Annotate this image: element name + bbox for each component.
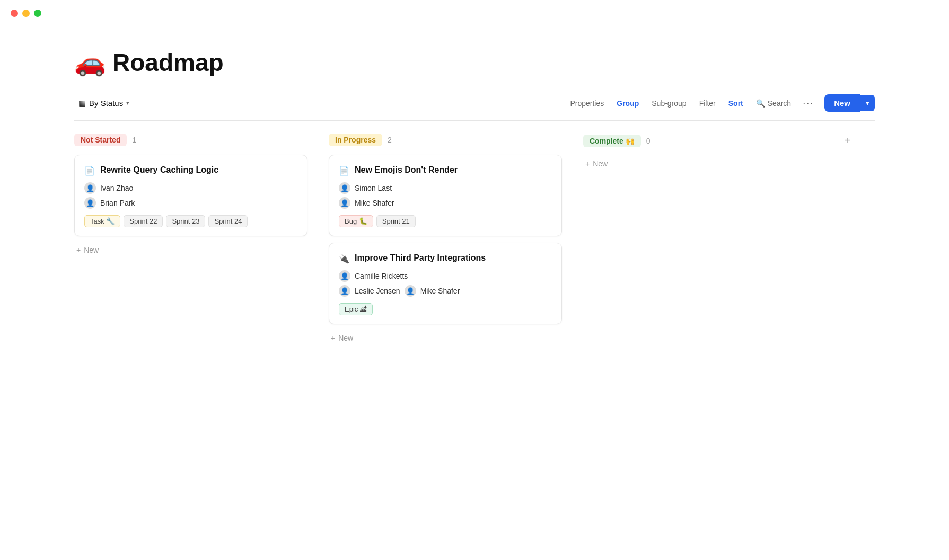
card-integrations[interactable]: 🔌 Improve Third Party Integrations 👤 Cam… (329, 243, 562, 324)
page-title-row: 🚗 Roadmap (74, 48, 875, 77)
page-content: 🚗 Roadmap ▦ By Status ▾ Properties Group… (0, 26, 949, 367)
assignee-name-simon: Simon Last (355, 184, 392, 192)
doc-icon-integrations: 🔌 (339, 254, 349, 264)
more-options-button[interactable]: ··· (798, 94, 818, 112)
card-tags: Task 🔧 Sprint 22 Sprint 23 Sprint 24 (84, 215, 297, 227)
assignees-multi: 👤 Leslie Jensen 👤 Mike Shafer (339, 285, 552, 297)
assignee-name-camille: Camille Ricketts (355, 272, 408, 280)
tag-sprint24: Sprint 24 (208, 215, 248, 227)
card-title-integrations: Improve Third Party Integrations (355, 253, 486, 264)
avatar-camille: 👤 (339, 270, 350, 282)
card-tags-integrations: Epic 🏕 (339, 303, 552, 315)
new-item-label-complete: New (593, 159, 608, 168)
tag-sprint21: Sprint 21 (376, 215, 416, 227)
search-button[interactable]: 🔍 Search (751, 96, 796, 111)
card-title-row-integrations: 🔌 Improve Third Party Integrations (339, 253, 552, 264)
card-assignees-emojis: 👤 Simon Last 👤 Mike Shafer (339, 182, 552, 209)
tag-sprint23: Sprint 23 (166, 215, 205, 227)
card-title-row: 📄 Rewrite Query Caching Logic (84, 165, 297, 176)
traffic-light-red[interactable] (11, 10, 18, 17)
toolbar-right: Properties Group Sub-group Filter Sort 🔍… (565, 94, 875, 112)
column-add-complete[interactable]: + (841, 134, 854, 148)
tag-sprint22: Sprint 22 (124, 215, 163, 227)
toolbar: ▦ By Status ▾ Properties Group Sub-group… (74, 94, 875, 121)
column-complete: Complete 🙌 0 + + New (583, 134, 875, 171)
traffic-light-green[interactable] (34, 10, 41, 17)
new-button[interactable]: New (824, 94, 860, 112)
status-badge-in-progress: In Progress (329, 134, 382, 146)
card-emojis[interactable]: 📄 New Emojis Don't Render 👤 Simon Last 👤… (329, 155, 562, 236)
subgroup-button[interactable]: Sub-group (646, 96, 691, 111)
plus-icon: + (76, 246, 81, 254)
doc-icon-emojis: 📄 (339, 166, 349, 176)
plus-icon-progress: + (331, 334, 335, 342)
avatar-simon: 👤 (339, 182, 350, 194)
tag-bug: Bug 🐛 (339, 215, 373, 227)
search-label: Search (768, 99, 791, 108)
group-by-button[interactable]: ▦ By Status ▾ (74, 96, 134, 110)
assignee-name-leslie: Leslie Jensen (355, 287, 400, 295)
assignee-camille: 👤 Camille Ricketts (339, 270, 552, 282)
card-title-emojis: New Emojis Don't Render (355, 165, 458, 176)
assignee-name-ivan: Ivan Zhao (100, 184, 133, 192)
properties-button[interactable]: Properties (565, 96, 609, 111)
status-badge-complete: Complete 🙌 (583, 135, 641, 147)
column-header-in-progress: In Progress 2 (329, 134, 562, 146)
column-count-in-progress: 2 (388, 136, 392, 144)
traffic-lights (0, 0, 949, 26)
avatar-ivan: 👤 (84, 182, 96, 194)
card-title: Rewrite Query Caching Logic (100, 165, 218, 176)
plus-icon-complete: + (585, 159, 590, 168)
new-item-label-progress: New (338, 334, 353, 342)
group-by-label: By Status (89, 99, 123, 108)
avatar-leslie: 👤 (339, 285, 350, 297)
column-header-not-started: Not Started 1 (74, 134, 307, 146)
new-dropdown-button[interactable]: ▾ (860, 95, 875, 111)
assignee-brian: 👤 Brian Park (84, 197, 297, 209)
assignee-ivan: 👤 Ivan Zhao (84, 182, 297, 194)
chevron-down-icon: ▾ (126, 100, 129, 106)
search-icon: 🔍 (756, 99, 765, 108)
tag-task: Task 🔧 (84, 215, 120, 227)
doc-icon: 📄 (84, 166, 95, 176)
new-item-label: New (84, 246, 99, 254)
column-count-complete: 0 (646, 137, 651, 145)
avatar-mike1: 👤 (339, 197, 350, 209)
assignee-simon: 👤 Simon Last (339, 182, 552, 194)
assignee-name-brian: Brian Park (100, 199, 135, 207)
column-header-left-progress: In Progress 2 (329, 134, 392, 146)
group-by-icon: ▦ (78, 99, 86, 108)
new-item-not-started[interactable]: + New (74, 243, 101, 257)
card-rewrite-query[interactable]: 📄 Rewrite Query Caching Logic 👤 Ivan Zha… (74, 155, 307, 236)
assignee-name-mike1: Mike Shafer (355, 199, 394, 207)
sort-button[interactable]: Sort (723, 96, 749, 111)
column-count-not-started: 1 (132, 136, 136, 144)
status-badge-not-started: Not Started (74, 134, 127, 146)
assignee-mike1: 👤 Mike Shafer (339, 197, 552, 209)
card-assignees: 👤 Ivan Zhao 👤 Brian Park (84, 182, 297, 209)
toolbar-left: ▦ By Status ▾ (74, 96, 134, 110)
group-button[interactable]: Group (611, 96, 644, 111)
board: Not Started 1 📄 Rewrite Query Caching Lo… (74, 134, 875, 345)
column-header-left: Not Started 1 (74, 134, 136, 146)
new-button-group: New ▾ (824, 94, 875, 112)
new-item-complete[interactable]: + New (583, 156, 610, 171)
filter-button[interactable]: Filter (694, 96, 721, 111)
avatar-mike2: 👤 (405, 285, 416, 297)
avatar-brian: 👤 (84, 197, 96, 209)
column-header-left-complete: Complete 🙌 0 (583, 135, 650, 147)
page-title-emoji: 🚗 (74, 48, 106, 77)
card-tags-emojis: Bug 🐛 Sprint 21 (339, 215, 552, 227)
column-header-complete: Complete 🙌 0 + (583, 134, 854, 148)
card-title-row-emojis: 📄 New Emojis Don't Render (339, 165, 552, 176)
new-item-in-progress[interactable]: + New (329, 331, 355, 345)
tag-epic: Epic 🏕 (339, 303, 373, 315)
assignee-name-mike2: Mike Shafer (420, 287, 460, 295)
card-assignees-integrations: 👤 Camille Ricketts 👤 Leslie Jensen 👤 Mik… (339, 270, 552, 297)
page-title: Roadmap (112, 48, 224, 77)
traffic-light-yellow[interactable] (22, 10, 30, 17)
column-not-started: Not Started 1 📄 Rewrite Query Caching Lo… (74, 134, 329, 257)
column-in-progress: In Progress 2 📄 New Emojis Don't Render … (329, 134, 583, 345)
